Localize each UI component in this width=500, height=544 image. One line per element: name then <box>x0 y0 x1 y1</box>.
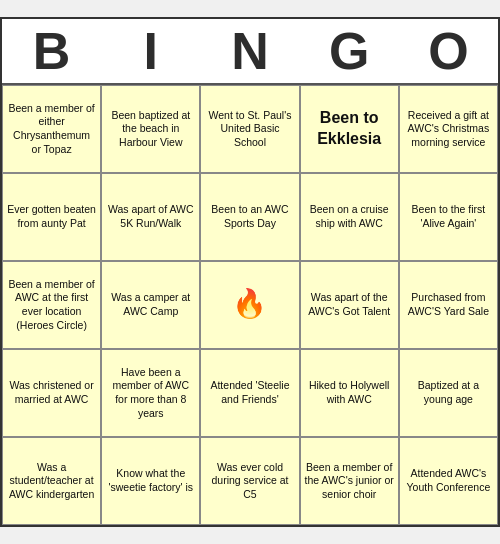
bingo-letter-g: G <box>300 19 399 83</box>
bingo-cell-7[interactable]: Been to an AWC Sports Day <box>200 173 299 261</box>
bingo-header: BINGO <box>2 19 498 83</box>
bingo-cell-5[interactable]: Ever gotten beaten from aunty Pat <box>2 173 101 261</box>
bingo-cell-1[interactable]: Been baptized at the beach in Harbour Vi… <box>101 85 200 173</box>
bingo-cell-16[interactable]: Have been a member of AWC for more than … <box>101 349 200 437</box>
bingo-cell-6[interactable]: Was apart of AWC 5K Run/Walk <box>101 173 200 261</box>
bingo-cell-14[interactable]: Purchased from AWC'S Yard Sale <box>399 261 498 349</box>
bingo-cell-11[interactable]: Was a camper at AWC Camp <box>101 261 200 349</box>
bingo-cell-15[interactable]: Was christened or married at AWC <box>2 349 101 437</box>
bingo-grid: Been a member of either Chrysanthemum or… <box>2 83 498 525</box>
bingo-cell-24[interactable]: Attended AWC's Youth Conference <box>399 437 498 525</box>
bingo-cell-4[interactable]: Received a gift at AWC's Christmas morni… <box>399 85 498 173</box>
bingo-cell-21[interactable]: Know what the 'sweetie factory' is <box>101 437 200 525</box>
bingo-cell-17[interactable]: Attended 'Steelie and Friends' <box>200 349 299 437</box>
bingo-cell-19[interactable]: Baptized at a young age <box>399 349 498 437</box>
bingo-cell-8[interactable]: Been on a cruise ship with AWC <box>300 173 399 261</box>
bingo-cell-12[interactable]: 🔥 <box>200 261 299 349</box>
fire-icon: 🔥 <box>232 286 267 322</box>
bingo-cell-10[interactable]: Been a member of AWC at the first ever l… <box>2 261 101 349</box>
bingo-letter-i: I <box>101 19 200 83</box>
bingo-cell-18[interactable]: Hiked to Holywell with AWC <box>300 349 399 437</box>
bingo-letter-n: N <box>200 19 299 83</box>
bingo-letter-b: B <box>2 19 101 83</box>
bingo-cell-13[interactable]: Was apart of the AWC's Got Talent <box>300 261 399 349</box>
bingo-cell-22[interactable]: Was ever cold during service at C5 <box>200 437 299 525</box>
bingo-cell-23[interactable]: Been a member of the AWC's junior or sen… <box>300 437 399 525</box>
bingo-card: BINGO Been a member of either Chrysanthe… <box>0 17 500 527</box>
bingo-cell-2[interactable]: Went to St. Paul's United Basic School <box>200 85 299 173</box>
bingo-cell-9[interactable]: Been to the first 'Alive Again' <box>399 173 498 261</box>
bingo-cell-0[interactable]: Been a member of either Chrysanthemum or… <box>2 85 101 173</box>
bingo-letter-o: O <box>399 19 498 83</box>
bingo-cell-20[interactable]: Was a student/teacher at AWC kindergarte… <box>2 437 101 525</box>
bingo-cell-3[interactable]: Been to Ekklesia <box>300 85 399 173</box>
